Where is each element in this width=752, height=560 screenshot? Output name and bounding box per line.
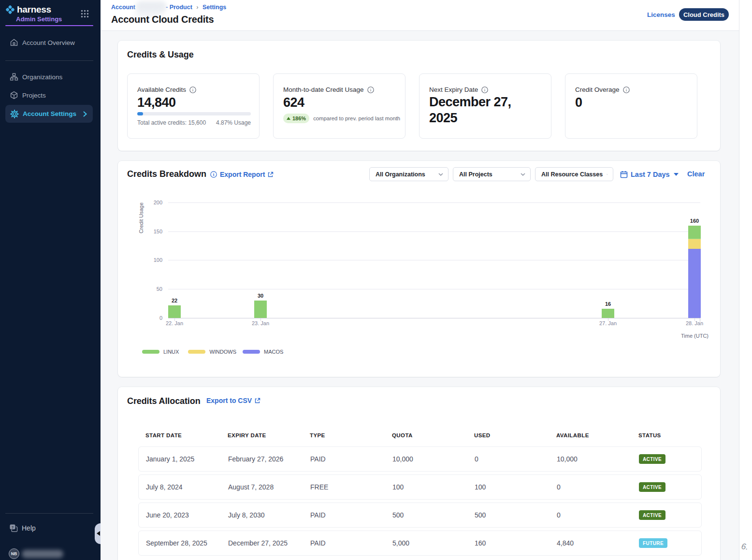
svg-text:22. Jan: 22. Jan bbox=[166, 320, 183, 326]
svg-text:50: 50 bbox=[157, 286, 162, 292]
svg-text:100: 100 bbox=[154, 257, 162, 263]
svg-text:16: 16 bbox=[605, 301, 611, 307]
svg-text:i: i bbox=[213, 172, 215, 177]
svg-text:Credit Usage: Credit Usage bbox=[138, 202, 144, 233]
svg-text:?: ? bbox=[12, 525, 14, 530]
svg-text:28. Jan: 28. Jan bbox=[686, 320, 703, 326]
svg-text:0: 0 bbox=[159, 315, 162, 321]
svg-text:i: i bbox=[192, 87, 194, 92]
svg-text:22: 22 bbox=[172, 298, 177, 303]
svg-text:i: i bbox=[370, 87, 371, 92]
svg-text:150: 150 bbox=[154, 229, 162, 234]
svg-text:i: i bbox=[484, 87, 486, 92]
svg-text:23. Jan: 23. Jan bbox=[252, 320, 269, 326]
svg-text:160: 160 bbox=[690, 218, 699, 224]
svg-text:i: i bbox=[625, 87, 627, 92]
svg-text:27. Jan: 27. Jan bbox=[599, 320, 617, 326]
svg-text:30: 30 bbox=[258, 293, 263, 299]
svg-text:Time (UTC): Time (UTC) bbox=[681, 333, 709, 339]
svg-text:200: 200 bbox=[154, 200, 162, 205]
